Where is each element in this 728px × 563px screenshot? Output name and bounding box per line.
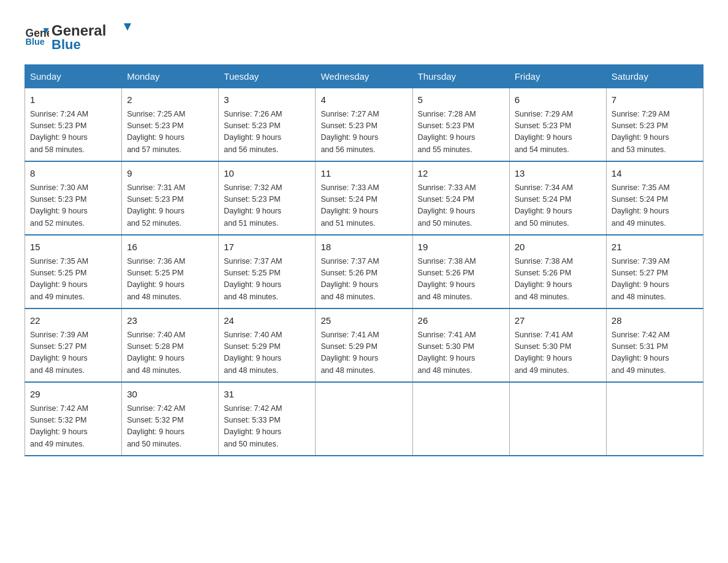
calendar-table: SundayMondayTuesdayWednesdayThursdayFrid… bbox=[25, 64, 703, 456]
calendar-cell bbox=[412, 382, 509, 456]
day-number: 29 bbox=[30, 388, 116, 402]
page-header: General Blue General Blue bbox=[25, 18, 703, 52]
day-info: Sunrise: 7:39 AMSunset: 5:27 PMDaylight:… bbox=[30, 329, 116, 377]
day-info: Sunrise: 7:33 AMSunset: 5:24 PMDaylight:… bbox=[320, 182, 407, 230]
calendar-cell: 2Sunrise: 7:25 AMSunset: 5:23 PMDaylight… bbox=[122, 88, 219, 162]
day-info: Sunrise: 7:29 AMSunset: 5:23 PMDaylight:… bbox=[515, 109, 601, 156]
day-number: 4 bbox=[320, 93, 407, 107]
day-info: Sunrise: 7:27 AMSunset: 5:23 PMDaylight:… bbox=[320, 109, 407, 156]
day-number: 22 bbox=[30, 314, 116, 328]
day-number: 25 bbox=[320, 314, 407, 328]
calendar-cell: 30Sunrise: 7:42 AMSunset: 5:32 PMDayligh… bbox=[122, 382, 219, 456]
calendar-week-row: 22Sunrise: 7:39 AMSunset: 5:27 PMDayligh… bbox=[25, 308, 703, 382]
calendar-cell bbox=[509, 382, 606, 456]
calendar-week-row: 1Sunrise: 7:24 AMSunset: 5:23 PMDaylight… bbox=[25, 88, 703, 162]
day-info: Sunrise: 7:35 AMSunset: 5:24 PMDaylight:… bbox=[612, 182, 698, 230]
day-info: Sunrise: 7:31 AMSunset: 5:23 PMDaylight:… bbox=[127, 182, 213, 230]
calendar-week-row: 8Sunrise: 7:30 AMSunset: 5:23 PMDaylight… bbox=[25, 161, 703, 235]
calendar-cell: 23Sunrise: 7:40 AMSunset: 5:28 PMDayligh… bbox=[122, 308, 219, 382]
logo-icon: General Blue bbox=[25, 23, 49, 48]
calendar-cell: 10Sunrise: 7:32 AMSunset: 5:23 PMDayligh… bbox=[219, 161, 316, 235]
calendar-cell: 26Sunrise: 7:41 AMSunset: 5:30 PMDayligh… bbox=[412, 308, 509, 382]
column-header-sunday: Sunday bbox=[25, 65, 122, 88]
day-info: Sunrise: 7:42 AMSunset: 5:33 PMDaylight:… bbox=[224, 403, 310, 451]
column-header-monday: Monday bbox=[122, 65, 219, 88]
day-number: 15 bbox=[30, 240, 116, 255]
day-number: 26 bbox=[418, 314, 504, 328]
day-number: 19 bbox=[418, 240, 504, 255]
day-number: 9 bbox=[127, 167, 213, 181]
calendar-cell: 20Sunrise: 7:38 AMSunset: 5:26 PMDayligh… bbox=[509, 235, 606, 308]
day-number: 2 bbox=[127, 93, 213, 107]
day-info: Sunrise: 7:38 AMSunset: 5:26 PMDaylight:… bbox=[418, 256, 504, 304]
calendar-cell: 22Sunrise: 7:39 AMSunset: 5:27 PMDayligh… bbox=[25, 308, 122, 382]
calendar-cell: 21Sunrise: 7:39 AMSunset: 5:27 PMDayligh… bbox=[606, 235, 703, 308]
calendar-cell: 15Sunrise: 7:35 AMSunset: 5:25 PMDayligh… bbox=[25, 235, 122, 308]
calendar-cell: 1Sunrise: 7:24 AMSunset: 5:23 PMDaylight… bbox=[25, 88, 122, 162]
day-info: Sunrise: 7:39 AMSunset: 5:27 PMDaylight:… bbox=[612, 256, 698, 304]
day-number: 13 bbox=[515, 167, 601, 181]
calendar-cell: 24Sunrise: 7:40 AMSunset: 5:29 PMDayligh… bbox=[219, 308, 316, 382]
calendar-cell: 7Sunrise: 7:29 AMSunset: 5:23 PMDaylight… bbox=[606, 88, 703, 162]
day-number: 28 bbox=[612, 314, 698, 328]
calendar-cell: 29Sunrise: 7:42 AMSunset: 5:32 PMDayligh… bbox=[25, 382, 122, 456]
calendar-cell: 31Sunrise: 7:42 AMSunset: 5:33 PMDayligh… bbox=[219, 382, 316, 456]
day-number: 5 bbox=[418, 93, 504, 107]
day-number: 17 bbox=[224, 240, 310, 255]
calendar-cell: 9Sunrise: 7:31 AMSunset: 5:23 PMDaylight… bbox=[122, 161, 219, 235]
calendar-cell: 4Sunrise: 7:27 AMSunset: 5:23 PMDaylight… bbox=[316, 88, 412, 162]
day-number: 31 bbox=[224, 388, 310, 402]
day-info: Sunrise: 7:37 AMSunset: 5:26 PMDaylight:… bbox=[320, 256, 407, 304]
day-info: Sunrise: 7:34 AMSunset: 5:24 PMDaylight:… bbox=[515, 182, 601, 230]
day-info: Sunrise: 7:29 AMSunset: 5:23 PMDaylight:… bbox=[612, 109, 698, 156]
day-info: Sunrise: 7:38 AMSunset: 5:26 PMDaylight:… bbox=[515, 256, 601, 304]
day-info: Sunrise: 7:33 AMSunset: 5:24 PMDaylight:… bbox=[418, 182, 504, 230]
day-number: 18 bbox=[320, 240, 407, 255]
day-number: 8 bbox=[30, 167, 116, 181]
day-info: Sunrise: 7:42 AMSunset: 5:31 PMDaylight:… bbox=[612, 329, 698, 377]
day-number: 11 bbox=[320, 167, 407, 181]
day-info: Sunrise: 7:24 AMSunset: 5:23 PMDaylight:… bbox=[30, 109, 116, 156]
calendar-cell: 3Sunrise: 7:26 AMSunset: 5:23 PMDaylight… bbox=[219, 88, 316, 162]
calendar-cell: 8Sunrise: 7:30 AMSunset: 5:23 PMDaylight… bbox=[25, 161, 122, 235]
day-number: 1 bbox=[30, 93, 116, 107]
calendar-cell: 13Sunrise: 7:34 AMSunset: 5:24 PMDayligh… bbox=[509, 161, 606, 235]
calendar-cell: 27Sunrise: 7:41 AMSunset: 5:30 PMDayligh… bbox=[509, 308, 606, 382]
calendar-cell: 19Sunrise: 7:38 AMSunset: 5:26 PMDayligh… bbox=[412, 235, 509, 308]
day-info: Sunrise: 7:40 AMSunset: 5:29 PMDaylight:… bbox=[224, 329, 310, 377]
calendar-cell: 17Sunrise: 7:37 AMSunset: 5:25 PMDayligh… bbox=[219, 235, 316, 308]
column-header-wednesday: Wednesday bbox=[316, 65, 412, 88]
calendar-cell bbox=[606, 382, 703, 456]
calendar-cell: 12Sunrise: 7:33 AMSunset: 5:24 PMDayligh… bbox=[412, 161, 509, 235]
day-info: Sunrise: 7:41 AMSunset: 5:30 PMDaylight:… bbox=[418, 329, 504, 377]
day-info: Sunrise: 7:42 AMSunset: 5:32 PMDaylight:… bbox=[30, 403, 116, 451]
calendar-cell: 11Sunrise: 7:33 AMSunset: 5:24 PMDayligh… bbox=[316, 161, 412, 235]
day-number: 6 bbox=[515, 93, 601, 107]
day-number: 20 bbox=[515, 240, 601, 255]
day-info: Sunrise: 7:25 AMSunset: 5:23 PMDaylight:… bbox=[127, 109, 213, 156]
calendar-week-row: 15Sunrise: 7:35 AMSunset: 5:25 PMDayligh… bbox=[25, 235, 703, 308]
day-number: 14 bbox=[612, 167, 698, 181]
day-number: 21 bbox=[612, 240, 698, 255]
calendar-cell: 14Sunrise: 7:35 AMSunset: 5:24 PMDayligh… bbox=[606, 161, 703, 235]
column-header-thursday: Thursday bbox=[412, 65, 509, 88]
day-info: Sunrise: 7:40 AMSunset: 5:28 PMDaylight:… bbox=[127, 329, 213, 377]
day-number: 24 bbox=[224, 314, 310, 328]
column-header-friday: Friday bbox=[509, 65, 606, 88]
day-info: Sunrise: 7:37 AMSunset: 5:25 PMDaylight:… bbox=[224, 256, 310, 304]
day-number: 3 bbox=[224, 93, 310, 107]
column-header-saturday: Saturday bbox=[606, 65, 703, 88]
day-info: Sunrise: 7:41 AMSunset: 5:30 PMDaylight:… bbox=[515, 329, 601, 377]
column-header-tuesday: Tuesday bbox=[219, 65, 316, 88]
calendar-cell bbox=[316, 382, 412, 456]
calendar-week-row: 29Sunrise: 7:42 AMSunset: 5:32 PMDayligh… bbox=[25, 382, 703, 456]
calendar-cell: 25Sunrise: 7:41 AMSunset: 5:29 PMDayligh… bbox=[316, 308, 412, 382]
calendar-cell: 5Sunrise: 7:28 AMSunset: 5:23 PMDaylight… bbox=[412, 88, 509, 162]
calendar-header-row: SundayMondayTuesdayWednesdayThursdayFrid… bbox=[25, 65, 703, 88]
day-info: Sunrise: 7:32 AMSunset: 5:23 PMDaylight:… bbox=[224, 182, 310, 230]
day-number: 12 bbox=[418, 167, 504, 181]
svg-text:Blue: Blue bbox=[26, 37, 45, 47]
svg-text:General: General bbox=[51, 22, 106, 39]
day-info: Sunrise: 7:30 AMSunset: 5:23 PMDaylight:… bbox=[30, 182, 116, 230]
calendar-cell: 16Sunrise: 7:36 AMSunset: 5:25 PMDayligh… bbox=[122, 235, 219, 308]
